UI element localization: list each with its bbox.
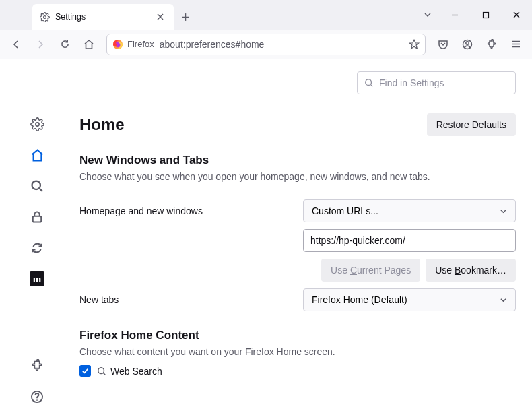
homepage-mode-select[interactable]: Custom URLs... — [303, 199, 516, 222]
svg-point-18 — [32, 181, 41, 190]
window-controls — [439, 0, 532, 30]
category-extensions[interactable] — [24, 352, 51, 379]
newtabs-select[interactable]: Firefox Home (Default) — [303, 288, 516, 311]
url-text: about:preferences#home — [160, 39, 403, 50]
category-general[interactable] — [24, 110, 51, 137]
homepage-url-input[interactable] — [303, 229, 516, 252]
svg-point-13 — [466, 41, 469, 44]
select-value: Custom URLs... — [312, 205, 378, 216]
titlebar: Settings — [0, 0, 532, 30]
websearch-label[interactable]: Web Search — [97, 366, 162, 377]
tab-label: Settings — [55, 12, 148, 22]
account-button[interactable] — [457, 34, 478, 55]
use-bookmark-button[interactable]: Use Bookmark… — [426, 259, 516, 282]
navigation-toolbar: Firefox about:preferences#home — [0, 30, 532, 59]
close-tab-icon[interactable] — [154, 10, 167, 24]
page-title: Home — [79, 115, 125, 134]
firefox-logo-icon — [112, 39, 123, 50]
maximize-button[interactable] — [470, 0, 501, 30]
websearch-checkbox[interactable] — [79, 365, 91, 377]
svg-line-19 — [40, 189, 42, 191]
svg-rect-20 — [33, 216, 42, 222]
category-sidebar: m — [0, 59, 74, 417]
category-more-mozilla[interactable]: m — [24, 265, 51, 292]
search-icon — [97, 366, 106, 376]
homepage-label: Homepage and new windows — [79, 205, 295, 216]
settings-search-box[interactable] — [357, 71, 516, 94]
chevron-down-icon — [500, 207, 507, 215]
category-home[interactable] — [24, 141, 51, 168]
category-privacy[interactable] — [24, 203, 51, 230]
home-button[interactable] — [78, 34, 100, 55]
newtabs-label: New tabs — [79, 294, 295, 305]
search-icon — [364, 78, 374, 88]
app-menu-button[interactable] — [505, 34, 527, 55]
svg-rect-6 — [483, 12, 488, 18]
main-pane: Home Restore Defaults New Windows and Ta… — [74, 59, 532, 417]
chevron-down-icon — [500, 296, 507, 304]
restore-defaults-button[interactable]: Restore Defaults — [427, 113, 516, 136]
svg-point-23 — [366, 79, 372, 86]
tab-settings[interactable]: Settings — [32, 4, 174, 30]
category-search[interactable] — [24, 172, 51, 199]
svg-point-22 — [36, 399, 38, 401]
category-support[interactable] — [24, 383, 51, 410]
section-heading-fxhome-content: Firefox Home Content — [79, 329, 516, 342]
svg-point-25 — [98, 367, 104, 373]
svg-point-0 — [43, 15, 46, 18]
svg-point-17 — [35, 122, 38, 125]
svg-line-26 — [104, 373, 106, 375]
reload-button[interactable] — [54, 34, 75, 55]
minimize-button[interactable] — [439, 0, 470, 30]
section-desc: Choose what you see when you open your h… — [79, 171, 516, 182]
identity-box[interactable]: Firefox — [112, 39, 154, 50]
bookmark-star-icon[interactable] — [409, 39, 420, 50]
back-button[interactable] — [5, 34, 27, 55]
list-all-tabs-button[interactable] — [416, 0, 439, 30]
svg-line-24 — [371, 85, 373, 87]
svg-marker-11 — [409, 40, 418, 49]
identity-label: Firefox — [127, 39, 154, 49]
section-heading-new-windows: New Windows and Tabs — [79, 154, 516, 167]
url-bar[interactable]: Firefox about:preferences#home — [106, 34, 426, 55]
new-tab-button[interactable] — [174, 4, 197, 30]
forward-button[interactable] — [30, 34, 51, 55]
pocket-button[interactable] — [432, 34, 454, 55]
extensions-button[interactable] — [481, 34, 502, 55]
category-sync[interactable] — [24, 234, 51, 261]
use-current-pages-button[interactable]: Use Current Pages — [321, 259, 420, 282]
mozilla-icon: m — [30, 271, 44, 286]
settings-search-input[interactable] — [379, 77, 508, 88]
close-window-button[interactable] — [501, 0, 532, 30]
preferences-content: m Home Restore Defaults New Windows and … — [0, 59, 532, 417]
section-desc: Choose what content you want on your Fir… — [79, 346, 516, 357]
gear-icon — [39, 11, 50, 22]
select-value: Firefox Home (Default) — [312, 294, 407, 305]
